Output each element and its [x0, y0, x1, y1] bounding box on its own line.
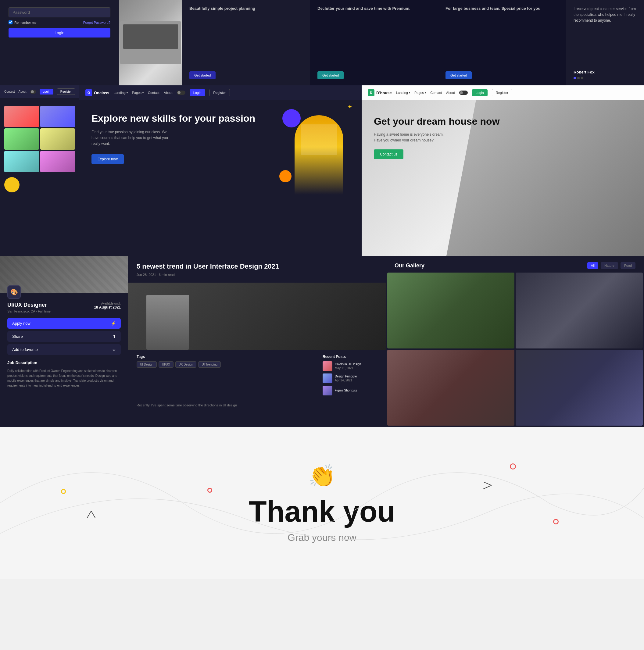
login-button[interactable]: Login: [8, 28, 110, 37]
share-button[interactable]: Share ⬆: [7, 331, 121, 342]
recent-post-info-2: Design Principle Apr 14, 2021: [335, 375, 357, 382]
triangle-right: [483, 482, 492, 489]
dhouse-nav-landing[interactable]: Landing ▾: [396, 91, 410, 95]
gallery-img-1: [387, 273, 514, 349]
small-nav-contact[interactable]: Contact: [4, 90, 15, 93]
tag-ui-design[interactable]: UI Design: [137, 361, 157, 368]
decor-circle-red-top: [510, 463, 516, 470]
dhouse-theme-toggle[interactable]: [459, 91, 468, 95]
dhouse-nav-pages[interactable]: Pages ▾: [415, 91, 426, 95]
onclass-nav-pages[interactable]: Pages ▾: [132, 91, 144, 95]
tags-title: Tags: [137, 355, 255, 359]
forgot-password-link[interactable]: Forgot Password?: [83, 21, 110, 24]
contact-us-button[interactable]: Contact us: [374, 149, 403, 159]
theme-toggle[interactable]: [30, 89, 36, 94]
onclass-text: Explore new skills for your passion Find…: [92, 112, 350, 250]
apply-btn-label: Apply now: [12, 321, 31, 326]
onclass-nav-about[interactable]: About: [164, 91, 173, 95]
pricing-card-enterprise: For large business and team. Special pri…: [438, 0, 566, 85]
onclass-theme-toggle[interactable]: [177, 91, 185, 95]
recent-post-1[interactable]: Colors in UI Design May 11, 2021: [323, 361, 378, 371]
get-started-btn-1[interactable]: Get started: [189, 71, 216, 79]
small-photo-4: [40, 129, 75, 150]
blog-header: 5 newest trend in User Interface Design …: [128, 256, 386, 283]
available-date: 18 August 2021: [94, 305, 121, 310]
blog-tags: Tags UI Design UI/UX UX Design UI Trendi…: [137, 355, 255, 398]
dhouse-heading: Get your dream house now: [374, 115, 632, 128]
svg-marker-0: [87, 511, 96, 518]
recent-post-date-2: Apr 14, 2021: [335, 378, 357, 382]
share-icon: ⬆: [112, 334, 116, 339]
get-started-btn-3[interactable]: Get started: [445, 71, 472, 79]
recent-post-thumb-3: [323, 386, 332, 395]
job-title-block: UI/UX Designer San Francisco, CA · Full …: [7, 302, 50, 313]
small-card-photos: [4, 106, 75, 172]
explore-now-button[interactable]: Explore now: [92, 154, 124, 164]
remember-label: Remember me: [14, 21, 37, 24]
recent-post-thumb-2: [323, 373, 332, 383]
dhouse-register-btn[interactable]: Register: [492, 89, 512, 96]
pricing-card-premium: Declutter your mind and save time with P…: [310, 0, 438, 85]
recent-post-title-3: Figma Shortcuts: [335, 389, 357, 392]
decor-circle-red-btm: [553, 519, 559, 525]
gallery-grid: [386, 273, 644, 427]
bottom-cards-row: 🎨 UI/UX Designer San Francisco, CA · Ful…: [0, 256, 644, 427]
gallery-tab-all[interactable]: All: [587, 262, 598, 269]
palette-icon: 🎨: [7, 285, 21, 299]
remember-checkbox[interactable]: [8, 21, 12, 24]
recent-post-3[interactable]: Figma Shortcuts: [323, 386, 378, 395]
small-nav-about[interactable]: About: [18, 90, 26, 93]
job-desc-title: Job Description: [7, 360, 121, 366]
blog-excerpt: Recently, I've spent some time observing…: [128, 403, 386, 413]
small-photo-3: [4, 129, 39, 150]
small-photo-2: [40, 106, 75, 127]
share-btn-label: Share: [12, 334, 23, 339]
testimonial-card: I received great customer service from t…: [566, 0, 644, 85]
grab-subtitle: Grab yours now: [288, 532, 356, 543]
recent-posts: Recent Posts Colors in UI Design May 11,…: [323, 355, 378, 398]
onclass-logo-icon: O: [85, 89, 92, 96]
small-register-btn[interactable]: Register: [57, 88, 75, 95]
dhouse-nav-about[interactable]: About: [446, 91, 455, 95]
onclass-nav-contact[interactable]: Contact: [148, 91, 159, 95]
recent-post-2[interactable]: Design Principle Apr 14, 2021: [323, 373, 378, 383]
gallery-img-2: [515, 273, 643, 349]
gallery-tab-nature[interactable]: Nature: [601, 262, 618, 269]
dhouse-description: Having a sweet home is everyone's dream.…: [374, 132, 447, 143]
gallery-img-4: [515, 350, 643, 426]
recent-post-title-2: Design Principle: [335, 375, 357, 378]
onclass-logo: O Onclass: [85, 89, 109, 96]
small-photo-1: [4, 106, 39, 127]
recent-post-info-1: Colors in UI Design May 11, 2021: [335, 362, 361, 370]
gallery-tab-food[interactable]: Food: [620, 262, 636, 269]
gallery-card: Our Gallery All Nature Food: [386, 256, 644, 427]
small-dark-nav-card: Contact About Login Register: [0, 85, 79, 256]
onclass-nav-landing[interactable]: Landing ▾: [114, 91, 128, 95]
dhouse-login-btn[interactable]: Login: [472, 89, 488, 96]
job-description-block: Job Description Daily collaboration with…: [0, 355, 128, 393]
dhouse-card: D D'house Landing ▾ Pages ▾ Contact Abou…: [362, 85, 644, 256]
onclass-login-btn[interactable]: Login: [190, 89, 205, 96]
tag-ux-design[interactable]: UX Design: [175, 361, 197, 368]
available-label: Available until:: [94, 302, 121, 305]
blog-tags-section: Tags UI Design UI/UX UX Design UI Trendi…: [128, 350, 386, 403]
tag-uiux[interactable]: UI/UX: [158, 361, 174, 368]
dhouse-nav-contact[interactable]: Contact: [430, 91, 442, 95]
small-login-btn[interactable]: Login: [40, 89, 53, 95]
onclass-logo-text: Onclass: [94, 91, 109, 95]
onclass-content: Explore new skills for your passion Find…: [79, 100, 362, 256]
add-to-favorite-button[interactable]: Add to favorite ☆: [7, 344, 121, 355]
password-input[interactable]: [8, 7, 110, 17]
apply-now-button[interactable]: Apply now ⚡: [7, 318, 121, 329]
onclass-register-btn[interactable]: Register: [210, 89, 230, 96]
get-started-btn-2[interactable]: Get started: [317, 71, 344, 79]
dot-3: [581, 77, 583, 79]
tag-ui-trending[interactable]: UI Trending: [198, 361, 221, 368]
onclass-description: Find your true passion by joining our cl…: [92, 129, 171, 147]
job-card: 🎨 UI/UX Designer San Francisco, CA · Ful…: [0, 256, 128, 427]
star-icon: ☆: [112, 347, 116, 352]
job-location: San Francisco, CA · Full time: [7, 310, 50, 313]
recent-post-info-3: Figma Shortcuts: [335, 389, 357, 392]
pricing-title-3: For large business and team. Special pri…: [445, 6, 559, 11]
tag-pills: UI Design UI/UX UX Design UI Trending: [137, 361, 255, 368]
